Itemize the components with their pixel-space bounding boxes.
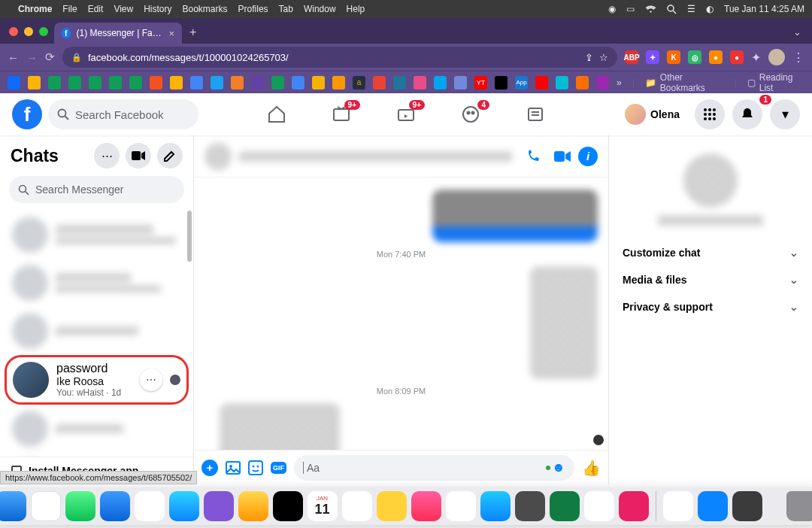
battery-icon[interactable]: ▭	[626, 4, 635, 14]
dock-calendar-icon[interactable]	[135, 491, 165, 521]
composer-photo-button[interactable]	[226, 461, 241, 475]
accordion-privacy-support[interactable]: Privacy & support⌄	[620, 293, 801, 320]
bookmark-item[interactable]	[28, 76, 41, 90]
new-room-button[interactable]	[126, 143, 151, 168]
other-bookmarks-button[interactable]: 📁 Other Bookmarks	[645, 72, 724, 93]
reload-button[interactable]: ⟳	[45, 50, 55, 64]
ext-abp-icon[interactable]: ABP	[625, 50, 638, 64]
bookmark-item[interactable]	[251, 76, 264, 90]
control-center-icon[interactable]: ☰	[687, 4, 695, 14]
dock-calendar[interactable]: JAN11	[308, 491, 338, 521]
message-attachment[interactable]	[220, 403, 340, 450]
forward-button[interactable]: →	[26, 51, 38, 64]
accordion-customize-chat[interactable]: Customize chat⌄	[620, 239, 801, 266]
bookmark-item[interactable]	[596, 76, 609, 90]
profile-link[interactable]: Olena	[622, 101, 687, 128]
nav-news-icon[interactable]	[526, 105, 545, 124]
avatar[interactable]	[683, 153, 738, 208]
bookmark-item[interactable]	[332, 76, 345, 90]
bookmark-item[interactable]: a	[353, 76, 365, 90]
nav-groups-icon[interactable]: 4	[461, 105, 480, 124]
share-icon[interactable]: ⇪	[585, 52, 593, 63]
dock-contacts[interactable]	[342, 491, 372, 521]
bookmark-item[interactable]	[312, 76, 325, 90]
dock-app[interactable]	[619, 491, 649, 521]
notifications-button[interactable]: 1	[732, 99, 762, 129]
chats-options-button[interactable]: ⋯	[94, 143, 120, 168]
menu-bookmarks[interactable]: Bookmarks	[183, 4, 228, 14]
composer-add-button[interactable]: +	[201, 460, 218, 476]
menu-tab[interactable]: Tab	[279, 4, 293, 14]
video-call-button[interactable]	[554, 150, 571, 162]
bookmark-item[interactable]	[495, 76, 508, 90]
ext-k-icon[interactable]: K	[667, 50, 680, 64]
new-message-button[interactable]	[157, 143, 183, 168]
bookmark-item[interactable]	[150, 76, 162, 90]
maximize-window-button[interactable]	[39, 27, 48, 36]
dock-zoom[interactable]	[698, 491, 728, 521]
menu-view[interactable]: View	[114, 4, 133, 14]
spotlight-icon[interactable]	[667, 5, 677, 14]
menu-file[interactable]: File	[62, 4, 77, 14]
ext-green-icon[interactable]: ◎	[688, 50, 701, 64]
bookmarks-overflow-button[interactable]: »	[617, 77, 622, 88]
menu-app[interactable]: Chrome	[18, 4, 52, 14]
ext-orange-icon[interactable]: ●	[709, 50, 723, 64]
dock-appstore[interactable]	[480, 491, 511, 521]
message-attachment[interactable]	[432, 190, 598, 242]
list-item[interactable]	[5, 259, 189, 307]
record-icon[interactable]: ◉	[608, 4, 616, 14]
bookmark-item[interactable]	[129, 76, 142, 90]
star-icon[interactable]: ☆	[599, 52, 608, 63]
dock-music[interactable]	[411, 491, 441, 521]
bookmark-item[interactable]	[170, 76, 183, 90]
conversation-body[interactable]: Mon 7:40 PM Mon 8:09 PM	[194, 178, 608, 450]
bookmark-item[interactable]	[535, 76, 548, 90]
avatar[interactable]	[205, 143, 232, 170]
menu-help[interactable]: Help	[347, 4, 365, 14]
bookmark-item[interactable]	[190, 76, 203, 90]
bookmark-item[interactable]	[109, 76, 122, 90]
chats-search-input[interactable]: Search Messenger	[9, 176, 184, 203]
dock-podcasts[interactable]	[204, 491, 234, 521]
dock-excel[interactable]	[550, 491, 580, 521]
message-input[interactable]: Aa ☻	[294, 455, 574, 481]
dock-messages[interactable]	[65, 491, 95, 521]
ext-rocket-icon[interactable]: ✦	[646, 50, 659, 64]
browser-tab[interactable]: f (1) Messenger | Facebook ×	[54, 23, 182, 44]
dock-appletv[interactable]	[273, 491, 303, 521]
dock-notes[interactable]	[377, 491, 407, 521]
account-menu-button[interactable]: ▾	[770, 99, 800, 129]
bookmark-item[interactable]: YT	[474, 76, 487, 90]
bookmark-item[interactable]: App	[515, 76, 528, 90]
list-item[interactable]	[5, 405, 189, 453]
nav-home-icon[interactable]	[267, 105, 286, 124]
extensions-button[interactable]: ✦	[751, 50, 761, 65]
bookmark-item[interactable]	[556, 76, 568, 90]
address-bar[interactable]: 🔒 facebook.com/messages/t/10000102426570…	[62, 47, 617, 68]
bookmark-item[interactable]	[68, 76, 81, 90]
call-button[interactable]	[526, 149, 541, 164]
facebook-search-input[interactable]: Search Facebook	[48, 99, 198, 129]
dock-trash[interactable]	[786, 491, 813, 521]
menu-history[interactable]: History	[144, 4, 171, 14]
list-item[interactable]	[5, 453, 189, 457]
dock-settings[interactable]	[515, 491, 545, 521]
dock-launchpad[interactable]	[31, 491, 61, 521]
bookmark-item[interactable]	[576, 76, 589, 90]
dock-safari[interactable]	[169, 491, 199, 521]
minimize-window-button[interactable]	[24, 27, 33, 36]
list-item[interactable]	[5, 307, 189, 355]
dock-photos[interactable]	[238, 491, 268, 521]
menu-edit[interactable]: Edit	[88, 4, 104, 14]
dock-slack[interactable]	[446, 491, 476, 521]
facebook-logo-icon[interactable]: f	[12, 99, 42, 129]
bookmark-item[interactable]	[434, 76, 447, 90]
thumbs-up-button[interactable]: 👍	[582, 459, 601, 477]
bookmark-item[interactable]	[231, 76, 244, 90]
message-attachment[interactable]	[530, 266, 598, 379]
chat-list[interactable]: password Ike Roosa You: wHaist · 1d ⋯	[0, 211, 193, 457]
dock-screenshot[interactable]	[663, 491, 693, 521]
dock-chrome[interactable]	[584, 491, 614, 521]
wifi-icon[interactable]	[645, 5, 656, 14]
